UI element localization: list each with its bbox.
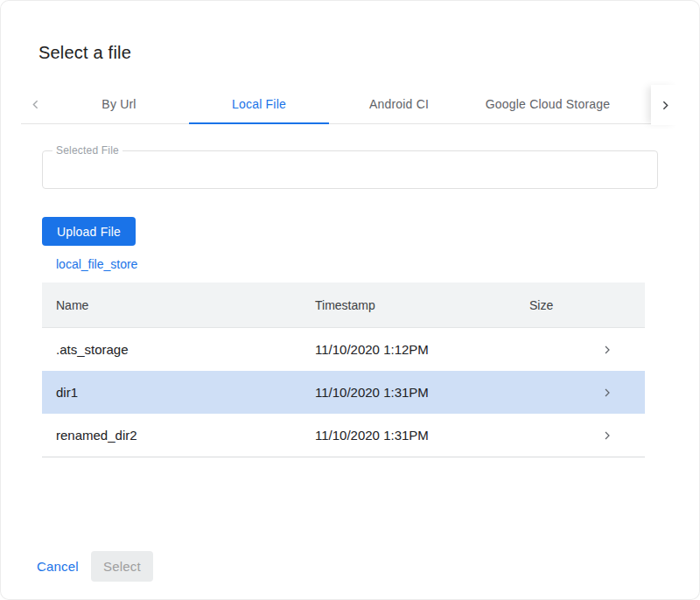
tab[interactable]: By Url [49,85,189,123]
cell-timestamp: 11/10/2020 1:12PM [315,342,529,357]
file-table: Name Timestamp Size .ats_storage 11/10/2… [42,283,645,457]
upload-file-button[interactable]: Upload File [42,217,136,246]
table-header-row: Name Timestamp Size [42,283,645,328]
cell-name: dir1 [42,385,315,400]
tabs: By Url Local File Android CI Google Clou… [49,85,626,123]
tab-label: By Url [102,97,136,111]
cell-name: .ats_storage [42,342,315,357]
table-row[interactable]: dir1 11/10/2020 1:31PM [42,371,645,414]
column-header-name: Name [42,298,315,312]
tab-bar: By Url Local File Android CI Google Clou… [21,85,679,124]
column-header-size: Size [529,298,595,312]
tab-label: Google Cloud Storage [486,97,611,111]
cancel-button[interactable]: Cancel [30,552,86,581]
tab-label: Local File [232,97,286,111]
chevron-right-icon [600,429,614,443]
chevron-right-icon [600,386,614,400]
cell-name: renamed_dir2 [42,428,315,443]
tabs-prev-button[interactable] [21,85,49,123]
tab[interactable]: Android CI [329,85,469,123]
chevron-right-icon [658,98,673,113]
row-open-button[interactable] [595,429,645,443]
select-file-dialog: Select a file By Url Local File Android … [0,0,700,600]
tab[interactable]: Local File [189,85,329,123]
tab-label: Android CI [369,97,429,111]
selected-file-input[interactable] [43,151,657,188]
chevron-left-icon [28,97,43,112]
table-body: .ats_storage 11/10/2020 1:12PM dir1 11/1… [42,328,645,457]
select-button[interactable]: Select [91,551,153,582]
column-header-timestamp: Timestamp [315,298,529,312]
tab[interactable]: Google Cloud Storage [469,85,626,123]
chevron-right-icon [600,343,614,357]
tabs-next-button[interactable] [651,85,679,125]
dialog-footer: Cancel Select [30,551,700,582]
table-row[interactable]: .ats_storage 11/10/2020 1:12PM [42,328,645,371]
local-file-store-link[interactable]: local_file_store [56,257,137,271]
cell-timestamp: 11/10/2020 1:31PM [315,385,529,400]
cell-timestamp: 11/10/2020 1:31PM [315,428,529,443]
selected-file-field: Selected File [42,150,658,189]
selected-file-label: Selected File [52,144,122,157]
row-open-button[interactable] [595,386,645,400]
row-open-button[interactable] [595,343,645,357]
dialog-title: Select a file [38,42,700,63]
table-row[interactable]: renamed_dir2 11/10/2020 1:31PM [42,414,645,457]
